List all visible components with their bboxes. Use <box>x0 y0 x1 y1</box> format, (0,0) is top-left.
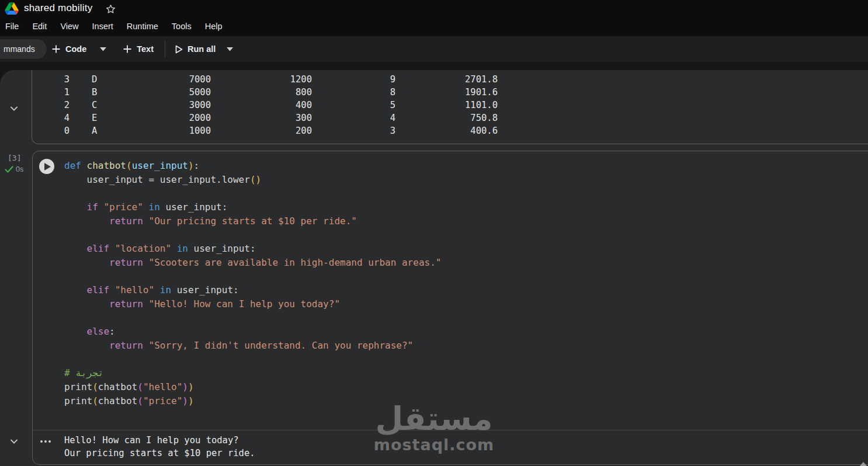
table-row: 0A10002003400.6 <box>32 126 868 138</box>
run-all-dropdown-caret-icon[interactable] <box>227 47 233 51</box>
output-options-icon[interactable] <box>40 440 51 443</box>
notebook-toolbar: mmands Code Text Run all <box>0 36 868 62</box>
menu-insert[interactable]: Insert <box>92 22 113 31</box>
output-line: Hello! How can I help you today? <box>64 434 255 447</box>
collapse-output-chevron-icon[interactable] <box>8 103 20 114</box>
run-cell-button[interactable] <box>39 159 54 174</box>
dataframe-table: 3D7000120092701.81B500080081901.62C30004… <box>32 74 868 138</box>
toolbar-buttons: Code Text Run all <box>51 41 233 57</box>
table-row: 1B500080081901.6 <box>32 87 868 100</box>
scrollbar-arrow[interactable] <box>860 462 867 466</box>
plus-icon <box>123 44 132 54</box>
notebook-content: 3D7000120092701.81B500080081901.62C30004… <box>0 70 868 466</box>
menu-runtime[interactable]: Runtime <box>127 22 158 31</box>
table-row: 2C300040051101.0 <box>32 100 868 113</box>
add-text-button[interactable]: Text <box>137 44 154 54</box>
collapse-output-chevron-icon[interactable] <box>8 436 20 447</box>
colab-app: shared mobility File Edit View Insert Ru… <box>0 0 868 466</box>
menu-view[interactable]: View <box>60 22 78 31</box>
menu-edit[interactable]: Edit <box>32 22 47 31</box>
menu-file[interactable]: File <box>5 22 19 31</box>
table-row: 3D7000120092701.8 <box>32 74 868 87</box>
code-editor[interactable]: def chatbot(user_input): user_input = us… <box>64 159 441 408</box>
execution-time: 0s <box>16 165 23 173</box>
menu-bar: File Edit View Insert Runtime Tools Help <box>0 16 868 36</box>
title-bar: shared mobility <box>0 0 868 16</box>
cell-output-text: Hello! How can I help you today?Our pric… <box>64 434 255 460</box>
cell-output-divider <box>33 430 868 430</box>
play-icon <box>44 163 51 171</box>
commands-button[interactable]: mmands <box>0 39 47 59</box>
menu-help[interactable]: Help <box>205 22 223 31</box>
dataframe-output-cell: 3D7000120092701.81B500080081901.62C30004… <box>32 70 868 144</box>
code-dropdown-caret-icon[interactable] <box>100 47 106 51</box>
run-all-button[interactable]: Run all <box>188 44 216 54</box>
code-cell: def chatbot(user_input): user_input = us… <box>32 151 868 465</box>
execution-count: [3] <box>8 154 21 162</box>
notebook-title[interactable]: shared mobility <box>24 2 92 14</box>
table-row: 4E20003004750.8 <box>32 113 868 126</box>
plus-icon <box>51 44 61 54</box>
toolbar-shadow-strip <box>0 62 868 70</box>
star-icon[interactable] <box>105 4 116 15</box>
google-drive-icon[interactable] <box>5 2 19 15</box>
check-icon <box>5 166 13 173</box>
run-all-play-icon <box>175 45 183 54</box>
menu-tools[interactable]: Tools <box>172 22 192 31</box>
commands-label: mmands <box>4 44 35 54</box>
output-line: Our pricing starts at $10 per ride. <box>64 447 255 460</box>
add-code-button[interactable]: Code <box>65 44 86 54</box>
toolbar-divider <box>165 41 165 57</box>
